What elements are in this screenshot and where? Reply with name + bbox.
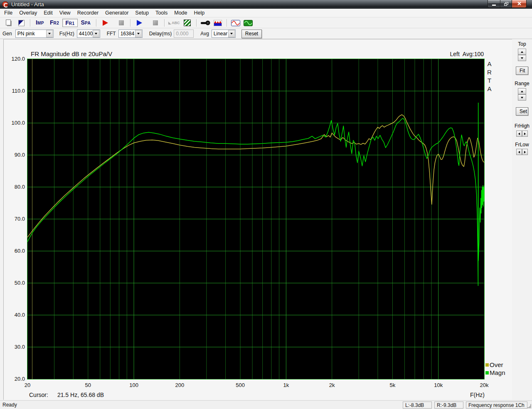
y-tick-label: 80.0 [15, 184, 25, 190]
cursor-label: Cursor: [29, 392, 48, 398]
restore-icon [504, 2, 508, 6]
octave-smoothing-abc-icon: ABC [168, 21, 180, 25]
frlow-spinner [516, 149, 528, 155]
top-label: Top [512, 41, 532, 47]
record-button[interactable] [100, 18, 110, 27]
y-tick-label: 50.0 [15, 280, 25, 286]
plot-area[interactable] [27, 59, 485, 379]
right-level-panel: R:-9.3dB [434, 402, 463, 409]
range-up-button[interactable] [518, 88, 526, 94]
delay-input [174, 30, 194, 38]
menu-edit[interactable]: Edit [40, 9, 56, 17]
overlay-button[interactable] [16, 18, 26, 27]
minimize-icon [492, 5, 496, 6]
y-tick-label: 40.0 [15, 312, 25, 318]
arta-watermark: ARTA [486, 60, 493, 94]
x-tick-label: 20k [472, 382, 497, 388]
mode-button-spa[interactable]: SPA [79, 19, 94, 27]
mode-button-fr2[interactable]: FR2 [47, 19, 62, 27]
legend-swatch-icon [485, 363, 489, 367]
new-file-button[interactable] [4, 18, 14, 27]
set-button[interactable]: Set [516, 107, 528, 116]
menu-view[interactable]: View [56, 9, 74, 17]
frhigh-right-button[interactable] [522, 131, 528, 137]
frhigh-left-button[interactable] [516, 131, 522, 137]
avg-select[interactable]: Linear [212, 30, 236, 38]
chevron-down-icon[interactable] [135, 30, 142, 37]
chevron-down-icon[interactable] [46, 30, 53, 37]
x-tick-label: 20 [15, 382, 40, 388]
series-magn [27, 103, 484, 286]
microphone-button[interactable] [200, 18, 210, 27]
range-label: Range [512, 81, 532, 86]
menu-generator[interactable]: Generator [102, 9, 132, 17]
play-blue-icon [137, 20, 142, 26]
avg-label: Avg [200, 31, 209, 37]
top-up-button[interactable] [518, 49, 526, 55]
smoothing-button: ABC [168, 18, 180, 27]
signal-generator-button[interactable] [243, 18, 253, 27]
close-icon [517, 2, 522, 6]
toolbar-separator [227, 19, 227, 27]
toolbar-separator [196, 19, 197, 27]
fit-button[interactable]: Fit [516, 67, 528, 75]
y-tick-label: 120.0 [11, 56, 25, 62]
toolbar-separator [164, 19, 165, 27]
menu-mode[interactable]: Mode [171, 9, 190, 17]
menu-setup[interactable]: Setup [132, 9, 152, 17]
x-axis-unit: F(Hz) [470, 392, 485, 398]
cursor-value: 21.5 Hz, 65.68 dB [57, 392, 104, 398]
chevron-down-icon[interactable] [228, 30, 235, 37]
chart-title: FR Magnitude dB re 20uPa/V [31, 50, 112, 57]
menu-file[interactable]: File [1, 9, 16, 17]
x-tick-label: 100 [121, 382, 146, 388]
play-button[interactable] [134, 18, 144, 27]
spectrum-icon [214, 20, 222, 26]
signal-generator-icon [244, 20, 253, 26]
frlow-left-button[interactable] [516, 149, 522, 155]
status-bar: Ready L:-8.3dB R:-9.3dB Frequency respon… [0, 400, 532, 409]
menu-help[interactable]: Help [191, 9, 208, 17]
title-bar: Untitled - Arta [0, 0, 532, 9]
frhigh-spinner [516, 131, 528, 137]
cursor-readout: Cursor:21.5 Hz, 65.68 dB [29, 392, 104, 398]
range-down-button[interactable] [518, 94, 526, 101]
y-tick-label: 70.0 [15, 216, 25, 222]
fs-select[interactable]: 44100 [77, 30, 100, 38]
minimize-button[interactable] [488, 0, 500, 8]
fft-select[interactable]: 16384 [118, 30, 143, 38]
menu-recorder[interactable]: Recorder [74, 9, 102, 17]
y-tick-label: 90.0 [15, 152, 25, 158]
spectrum-button[interactable] [213, 18, 223, 27]
toolbar-separator [130, 19, 131, 27]
legend-item: Over [485, 361, 505, 369]
arrow-left-icon [518, 133, 520, 135]
arta-window: Untitled - Arta File Overlay Edit View R… [0, 0, 532, 409]
top-spinner [518, 49, 526, 61]
y-tick-label: 60.0 [15, 248, 25, 254]
top-down-button[interactable] [518, 55, 526, 61]
sine-generator-button[interactable] [231, 18, 241, 27]
menu-bar: File Overlay Edit View Recorder Generato… [0, 9, 532, 17]
mode-button-fr1[interactable]: FR1 [62, 19, 77, 27]
menu-tools[interactable]: Tools [152, 9, 171, 17]
mode-button-imp[interactable]: IMP [33, 19, 47, 27]
new-document-icon [6, 20, 12, 26]
close-button[interactable] [512, 0, 527, 8]
left-level-panel: L:-8.3dB [403, 402, 432, 409]
gen-select[interactable]: PN pink [15, 30, 54, 38]
menu-overlay[interactable]: Overlay [16, 9, 40, 17]
toolbar-separator [30, 19, 30, 27]
legend-swatch-icon [485, 371, 489, 375]
legend-label: Over [490, 361, 503, 368]
reset-button[interactable]: Reset [241, 30, 262, 38]
restore-button[interactable] [500, 0, 512, 8]
frlow-right-button[interactable] [522, 149, 528, 155]
frlow-label: FrLow [512, 142, 532, 148]
chevron-down-icon[interactable] [93, 30, 99, 37]
overlay-flag-icon [18, 20, 25, 26]
legend-label: Magn [490, 369, 505, 376]
resize-grip[interactable] [526, 403, 532, 409]
spectrogram-button[interactable] [182, 18, 192, 27]
x-tick-label: 10k [426, 382, 451, 388]
